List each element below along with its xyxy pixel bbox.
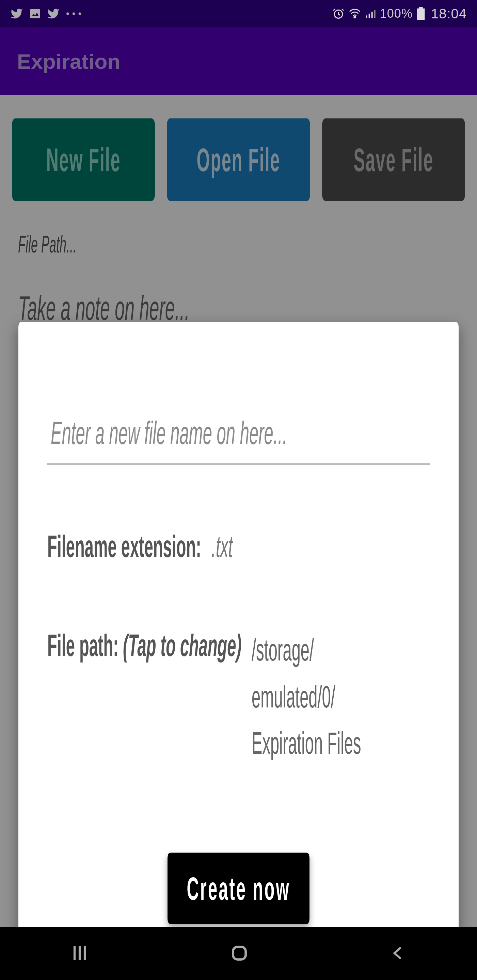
battery-percent: 100%	[380, 6, 413, 21]
android-status-bar: ••• 100% 18:04	[0, 0, 477, 27]
create-now-button[interactable]: Create now	[168, 853, 309, 924]
extension-value: .txt	[211, 528, 233, 564]
status-time: 18:04	[431, 6, 467, 21]
battery-icon	[417, 7, 425, 20]
path-value[interactable]: /storage/ emulated/0/ Expiration Files	[252, 627, 430, 766]
svg-rect-3	[366, 15, 367, 18]
svg-rect-7	[417, 8, 424, 20]
wifi-icon	[349, 8, 361, 20]
path-label: File path:	[47, 627, 118, 662]
svg-point-2	[354, 16, 356, 18]
android-nav-bar	[0, 927, 477, 980]
twitter-icon-2	[47, 7, 60, 20]
status-left: •••	[10, 7, 84, 20]
alarm-icon	[332, 8, 345, 20]
signal-icon	[365, 8, 376, 19]
filename-input[interactable]	[47, 408, 430, 465]
svg-rect-8	[419, 7, 423, 9]
svg-rect-0	[30, 9, 40, 18]
extension-label: Filename extension:	[47, 528, 201, 564]
status-right: 100% 18:04	[332, 6, 467, 21]
svg-rect-5	[371, 12, 372, 18]
twitter-icon	[10, 7, 23, 20]
home-button[interactable]	[228, 942, 250, 966]
file-path-label-group: File path: (Tap to change)	[47, 627, 241, 663]
svg-rect-12	[233, 947, 246, 959]
image-icon	[29, 8, 41, 19]
path-hint: (Tap to change)	[123, 627, 241, 662]
file-path-row[interactable]: File path: (Tap to change) /storage/ emu…	[47, 627, 430, 766]
more-dots-icon: •••	[66, 8, 84, 19]
recents-button[interactable]	[69, 943, 90, 965]
svg-rect-4	[369, 14, 370, 18]
create-file-dialog: Filename extension: .txt File path: (Tap…	[18, 322, 459, 980]
svg-rect-6	[374, 10, 375, 18]
back-button[interactable]	[389, 943, 408, 964]
extension-row: Filename extension: .txt	[47, 528, 430, 564]
